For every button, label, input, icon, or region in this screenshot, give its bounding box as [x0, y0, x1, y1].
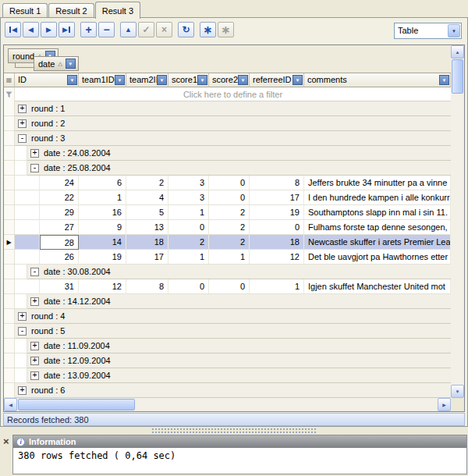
- horizontal-scroll-thumb[interactable]: [18, 399, 135, 410]
- group-row-bar[interactable]: -date : 25.08.2004: [27, 161, 451, 176]
- expand-icon[interactable]: +: [18, 105, 27, 113]
- cell-comments[interactable]: Fulhams forste tap denne sesongen,: [304, 220, 451, 235]
- cell-referreeid[interactable]: 18: [250, 235, 304, 250]
- cell-team2id[interactable]: 5: [126, 205, 168, 220]
- header-marker-cell[interactable]: ▦: [4, 73, 15, 87]
- filter-dropdown-icon[interactable]: ▼: [67, 75, 77, 85]
- filter-dropdown-icon[interactable]: ▼: [292, 75, 303, 85]
- cell-id[interactable]: 31: [40, 279, 79, 294]
- cell-id[interactable]: 29: [40, 205, 79, 220]
- cell-team2id[interactable]: 4: [126, 190, 168, 205]
- cell-team2id[interactable]: 13: [126, 220, 168, 235]
- group-row-bar[interactable]: +date : 12.09.2004: [27, 353, 451, 368]
- group-row-bar[interactable]: +round : 2: [15, 116, 451, 131]
- collapse-icon[interactable]: -: [30, 268, 39, 276]
- cell-team1id[interactable]: 19: [79, 250, 126, 265]
- group-row-bar[interactable]: +date : 14.12.2004: [27, 294, 451, 309]
- cell-comments[interactable]: Det ble uavgjort pa Hawthornes etter: [304, 250, 451, 265]
- filter-dropdown-icon[interactable]: ▼: [439, 75, 449, 85]
- cell-score2[interactable]: 2: [209, 235, 250, 250]
- scroll-left-button[interactable]: ◀: [4, 398, 17, 411]
- cell-team1id[interactable]: 6: [79, 176, 126, 190]
- cell-comments[interactable]: I den hundrede kampen i alle konkurra: [304, 190, 451, 205]
- column-header-referreeid[interactable]: referreeID▼: [250, 73, 304, 87]
- group-row-bar[interactable]: -round : 3: [15, 131, 451, 146]
- filter-row[interactable]: Click here to define a filter: [4, 87, 451, 101]
- view-mode-select[interactable]: Table ▼: [394, 23, 462, 39]
- cell-score1[interactable]: 3: [168, 176, 209, 190]
- cell-score2[interactable]: 0: [209, 279, 250, 294]
- expand-icon[interactable]: +: [18, 386, 27, 395]
- fetch-all-button[interactable]: ∗: [218, 22, 234, 37]
- group-row-bar[interactable]: +round : 1: [15, 101, 451, 116]
- panel-splitter[interactable]: [0, 427, 468, 435]
- cell-team1id[interactable]: 1: [79, 190, 126, 205]
- cell-score2[interactable]: 2: [209, 220, 250, 235]
- cancel-edit-button[interactable]: ×: [156, 22, 172, 37]
- cell-id[interactable]: 22: [40, 190, 79, 205]
- post-edit-button[interactable]: ✓: [138, 22, 154, 37]
- cell-comments[interactable]: Newcastle skuffer i arets Premier Lea: [304, 235, 451, 250]
- cell-referreeid[interactable]: 8: [250, 176, 304, 190]
- cell-team1id[interactable]: 12: [79, 279, 126, 294]
- expand-icon[interactable]: +: [30, 297, 39, 306]
- collapse-icon[interactable]: -: [30, 164, 39, 172]
- column-header-team2id[interactable]: team2ID▼: [126, 73, 168, 87]
- close-icon[interactable]: ×: [3, 435, 9, 447]
- scroll-up-button[interactable]: ▲: [451, 45, 464, 59]
- cell-team1id[interactable]: 14: [79, 235, 126, 250]
- group-row-bar[interactable]: +round : 4: [15, 309, 451, 324]
- insert-record-button[interactable]: +: [80, 22, 97, 37]
- scroll-down-button[interactable]: ▼: [451, 385, 464, 398]
- cell-score1[interactable]: 3: [168, 190, 209, 205]
- cell-id[interactable]: 28: [40, 235, 79, 250]
- tab-result-1[interactable]: Result 1: [2, 3, 48, 18]
- chevron-down-icon[interactable]: ▼: [448, 24, 460, 37]
- cell-score2[interactable]: 1: [209, 250, 250, 265]
- filter-dropdown-icon[interactable]: ▼: [157, 75, 167, 85]
- cell-referreeid[interactable]: 19: [250, 205, 304, 220]
- cell-team2id[interactable]: 18: [126, 235, 168, 250]
- cell-score1[interactable]: 2: [168, 235, 209, 250]
- prev-record-button[interactable]: ◀: [23, 22, 39, 37]
- cell-comments[interactable]: Jeffers brukte 34 minutter pa a vinne: [304, 176, 451, 190]
- group-row-bar[interactable]: +date : 24.08.2004: [27, 146, 451, 161]
- cell-score1[interactable]: 1: [168, 250, 209, 265]
- cell-referreeid[interactable]: 0: [250, 220, 304, 235]
- group-by-date-button[interactable]: date △ ▼: [34, 56, 79, 71]
- filter-dropdown-icon[interactable]: ▼: [238, 75, 248, 85]
- filter-dropdown-icon[interactable]: ▼: [115, 75, 125, 85]
- filter-dropdown-icon[interactable]: ▼: [197, 75, 207, 85]
- cell-score2[interactable]: 0: [209, 190, 250, 205]
- cell-score1[interactable]: 0: [168, 220, 209, 235]
- cell-referreeid[interactable]: 12: [250, 250, 304, 265]
- cell-team2id[interactable]: 8: [126, 279, 168, 294]
- expand-icon[interactable]: +: [30, 342, 39, 350]
- splitter-handle[interactable]: [152, 428, 316, 433]
- next-record-button[interactable]: ▶: [41, 22, 57, 37]
- last-record-button[interactable]: ▶: [58, 22, 75, 37]
- expand-icon[interactable]: +: [30, 371, 39, 380]
- cell-id[interactable]: 24: [40, 176, 79, 190]
- filter-dropdown-icon[interactable]: ▼: [66, 59, 76, 69]
- collapse-icon[interactable]: -: [18, 327, 27, 336]
- delete-record-button[interactable]: −: [98, 22, 115, 37]
- vertical-scroll-thumb[interactable]: [452, 59, 463, 94]
- expand-icon[interactable]: +: [30, 149, 39, 158]
- fetch-next-button[interactable]: ∗: [200, 22, 216, 37]
- edit-record-button[interactable]: ▲: [120, 22, 136, 37]
- group-row-bar[interactable]: -date : 30.08.2004: [27, 265, 451, 279]
- cell-team1id[interactable]: 9: [79, 220, 126, 235]
- first-record-button[interactable]: ◀: [5, 22, 21, 37]
- cell-referreeid[interactable]: 17: [250, 190, 304, 205]
- cell-id[interactable]: 27: [40, 220, 79, 235]
- cell-referreeid[interactable]: 1: [250, 279, 304, 294]
- expand-icon[interactable]: +: [18, 119, 27, 128]
- group-row-bar[interactable]: +date : 11.09.2004: [27, 339, 451, 353]
- expand-icon[interactable]: +: [30, 357, 39, 365]
- scroll-right-button[interactable]: ▶: [438, 398, 451, 411]
- column-header-comments[interactable]: comments▼: [304, 73, 451, 87]
- column-header-team1id[interactable]: team1ID▼: [79, 73, 126, 87]
- cell-comments[interactable]: Igjen skuffet Manchester United mot: [304, 279, 451, 294]
- column-header-id[interactable]: ID▼: [15, 73, 79, 87]
